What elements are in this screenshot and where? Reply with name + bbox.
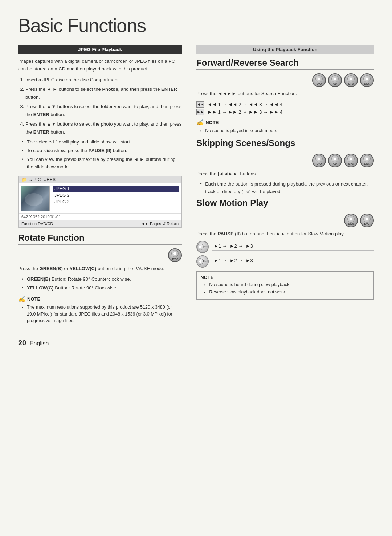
slow-motion-discs: DivX DVD: [196, 214, 374, 227]
rotate-note-item-1: The maximum resolutions supported by thi…: [22, 304, 182, 324]
rotate-title: Rotate Function: [18, 233, 182, 245]
rotate-disc-jpeg: JPEG: [168, 248, 182, 262]
slow-row-divx: DivX I►1 → I►2 → I►3: [196, 255, 374, 268]
jpeg-header: JPEG File Playback: [18, 45, 182, 54]
disc-divx-sm: DivX: [344, 214, 358, 227]
slow-sequence-dvd: I►1 → I►2 → I►3: [212, 243, 374, 251]
slow-motion-title: Slow Motion Play: [196, 198, 374, 210]
fr-note-list: No sound is played in search mode.: [200, 127, 374, 134]
forward-reverse-intro: Press the ◄◄►► buttons for Search Functi…: [196, 90, 374, 98]
right-column: Using the Playback Function Forward/Reve…: [196, 45, 374, 328]
skipping-bullet-1: Each time the button is pressed during p…: [200, 180, 374, 196]
ffwd-icon: ►►: [196, 109, 204, 115]
slow-note-item-1: No sound is heard during slow playback.: [204, 281, 370, 288]
page-number: 20: [18, 339, 26, 347]
page-title: Basic Functions: [18, 15, 374, 36]
fr-note: ✍ NOTE No sound is played in search mode…: [196, 119, 374, 134]
jpeg-file-1[interactable]: JPEG 1: [53, 186, 179, 192]
slow-row-dvd: DVD I►1 → I►2 → I►3: [196, 241, 374, 253]
slow-disc-dvd: DVD: [196, 241, 209, 253]
skipping-discs: DVD CD MP3 DivX: [196, 154, 374, 167]
rewind-icon: ◄◄: [196, 101, 204, 108]
disc-label: JPEG: [172, 258, 179, 261]
jpeg-info: 642 X 352 2010/01/01: [19, 213, 181, 220]
slow-sequence-divx: I►1 → I►2 → I►3: [212, 258, 374, 265]
jpeg-file-3[interactable]: JPEG 3: [53, 199, 179, 205]
rotate-bullet-1: GREEN(B) Button: Rotate 90° Counterclock…: [22, 276, 182, 283]
step-1: Insert a JPEG disc on the disc Compartme…: [25, 76, 182, 84]
step-3: Press the ▲▼ buttons to select the folde…: [25, 103, 182, 119]
jpeg-section: JPEG File Playback Images captured with …: [18, 45, 182, 228]
skipping-intro: Press the |◄◄►►| buttons.: [196, 170, 374, 178]
disc-dvd-fr: DVD: [312, 73, 326, 87]
ffwd-row: ►► ►► 1 → ►► 2 → ►► 3 → ►► 4: [196, 109, 374, 115]
forward-reverse-title: Forward/Reverse Search: [196, 58, 374, 70]
disc-cd-fr: CD: [328, 73, 342, 87]
jpeg-steps: Insert a JPEG disc on the disc Compartme…: [25, 76, 182, 137]
playback-header: Using the Playback Function: [196, 45, 374, 54]
footer-left: Function DVD/CD: [21, 222, 53, 226]
slow-note-list: No sound is heard during slow playback. …: [204, 281, 370, 296]
folder-name: ../ PICTURES: [29, 177, 56, 182]
skipping-bullets: Each time the button is pressed during p…: [200, 180, 374, 196]
footer-right: ◄► Pages ↺ Return: [141, 222, 179, 226]
skipping-section: Skipping Scenes/Songs DVD CD MP3 DivX: [196, 138, 374, 196]
disc-inner-ring: [171, 250, 179, 257]
slow-note-title: NOTE: [200, 275, 370, 280]
jpeg-thumbnail: [21, 186, 50, 211]
folder-icon: 📁: [21, 177, 27, 182]
rotate-note: ✍ NOTE The maximum resolutions supported…: [18, 296, 182, 324]
jpeg-preview-body: JPEG 1 JPEG 2 JPEG 3: [19, 183, 181, 213]
slow-motion-intro: Press the PAUSE (II) button and then ►► …: [196, 230, 374, 238]
page-number-block: 20 English: [18, 339, 374, 347]
disc-dvd-sm: DVD: [360, 214, 374, 227]
slow-motion-table: DVD I►1 → I►2 → I►3 DivX I►1 → I►2 → I►3: [196, 241, 374, 268]
rotate-note-title: NOTE: [27, 296, 40, 302]
slow-motion-section: Slow Motion Play DivX DVD Press the PAUS…: [196, 198, 374, 300]
bullet-2: To stop slide show, press the PAUSE (II)…: [22, 147, 182, 155]
jpeg-file-list: JPEG 1 JPEG 2 JPEG 3: [53, 186, 179, 211]
left-column: JPEG File Playback Images captured with …: [18, 45, 182, 328]
slow-disc-divx: DivX: [196, 255, 209, 268]
rewind-sequence: ◄◄ 1 → ◄◄ 2 → ◄◄ 3 → ◄◄ 4: [207, 102, 282, 107]
jpeg-bullets: The selected file will play and slide sh…: [22, 138, 182, 171]
rotate-note-list: The maximum resolutions supported by thi…: [22, 304, 182, 324]
rotate-bullet-2: YELLOW(C) Button: Rotate 90° Clockwise.: [22, 284, 182, 292]
skipping-title: Skipping Scenes/Songs: [196, 138, 374, 150]
disc-divx-fr: DivX: [360, 73, 374, 87]
disc-mp3-fr: MP3: [344, 73, 358, 87]
forward-reverse-discs: DVD CD MP3 DivX: [196, 73, 374, 87]
jpeg-footer: Function DVD/CD ◄► Pages ↺ Return: [19, 220, 181, 227]
disc-mp3-sk: MP3: [344, 154, 358, 167]
disc-dvd-sk: DVD: [312, 154, 326, 167]
jpeg-file-2[interactable]: JPEG 2: [53, 192, 179, 199]
jpeg-preview-header: 📁 ../ PICTURES: [19, 176, 181, 183]
bullet-1: The selected file will play and slide sh…: [22, 138, 182, 146]
fr-note-item-1: No sound is played in search mode.: [200, 127, 374, 134]
fr-note-icon: ✍: [196, 119, 204, 126]
rotate-disc-row: JPEG: [18, 248, 182, 262]
rotate-section: Rotate Function JPEG Press the GREEN(B) …: [18, 233, 182, 324]
disc-cd-sk: CD: [328, 154, 342, 167]
bullet-3: You can view the previous/next file by p…: [22, 156, 182, 171]
forward-reverse-section: Forward/Reverse Search DVD CD MP3 DivX: [196, 58, 374, 134]
rotate-bullets: GREEN(B) Button: Rotate 90° Counterclock…: [22, 276, 182, 292]
step-4: Press the ▲▼ buttons to select the photo…: [25, 120, 182, 136]
disc-divx-sk: DivX: [360, 154, 374, 167]
slow-note-item-2: Reverse slow playback does not work.: [204, 289, 370, 296]
jpeg-preview: 📁 ../ PICTURES JPEG 1 JPEG 2 JPEG 3 642 …: [18, 176, 182, 228]
rewind-row: ◄◄ ◄◄ 1 → ◄◄ 2 → ◄◄ 3 → ◄◄ 4: [196, 101, 374, 108]
jpeg-intro: Images captured with a digital camera or…: [18, 58, 182, 73]
rotate-intro: Press the GREEN(B) or YELLOW(C) button d…: [18, 265, 182, 273]
note-icon: ✍: [18, 296, 25, 302]
step-2: Press the ◄,► buttons to select the Phot…: [25, 85, 182, 101]
page-language: English: [30, 340, 49, 346]
search-arrows: ◄◄ ◄◄ 1 → ◄◄ 2 → ◄◄ 3 → ◄◄ 4 ►► ►► 1 → ►…: [196, 101, 374, 115]
slow-motion-note: NOTE No sound is heard during slow playb…: [196, 271, 374, 300]
fr-note-title: NOTE: [205, 120, 219, 125]
ffwd-sequence: ►► 1 → ►► 2 → ►► 3 → ►► 4: [207, 109, 282, 115]
